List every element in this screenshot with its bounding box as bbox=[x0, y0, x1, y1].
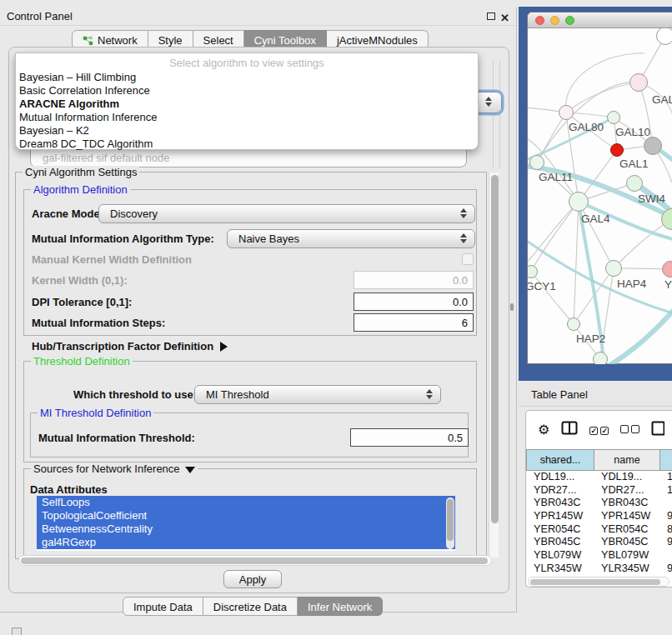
minimized-panel-icon[interactable] bbox=[12, 628, 22, 635]
mi-threshold-field[interactable]: 0.5 bbox=[350, 428, 469, 447]
which-threshold-combobox[interactable]: MI Threshold bbox=[194, 385, 441, 404]
data-attributes-label: Data Attributes bbox=[30, 483, 108, 496]
table-panel-title: Table Panel bbox=[531, 388, 588, 401]
float-window-icon[interactable] bbox=[487, 12, 495, 20]
mi-steps-label: Mutual Information Steps: bbox=[32, 317, 165, 329]
network-node-label: GAL11 bbox=[539, 171, 573, 183]
tab-network-label: Network bbox=[98, 34, 138, 47]
network-selector-value: gal-filtered sif default node bbox=[43, 152, 169, 164]
table-row[interactable]: YBR043CYBR043C bbox=[526, 497, 672, 510]
network-node[interactable] bbox=[559, 105, 574, 120]
deselect-all-checkboxes-icon[interactable] bbox=[620, 423, 639, 436]
export-table-icon[interactable] bbox=[651, 421, 664, 438]
manual-kernel-label: Manual Kernel Width Definition bbox=[32, 253, 192, 266]
network-node-label: HAP2 bbox=[576, 332, 605, 345]
network-node[interactable] bbox=[529, 155, 544, 170]
table-row[interactable]: YPR145WYPR145W9. bbox=[526, 510, 672, 523]
network-node[interactable] bbox=[567, 318, 580, 331]
control-panel: Control Panel ✕ Network Style Select Cyn… bbox=[0, 8, 517, 612]
algorithm-option[interactable]: Basic Correlation Inference bbox=[16, 84, 478, 98]
mi-type-combobox[interactable]: Naive Bayes bbox=[227, 229, 475, 248]
stepper-arrows-icon bbox=[460, 233, 467, 243]
network-node[interactable] bbox=[605, 260, 622, 277]
apply-button[interactable]: Apply bbox=[223, 570, 282, 588]
network-node-label: SWI4 bbox=[638, 192, 665, 205]
scrollbar-thumb[interactable] bbox=[447, 499, 454, 541]
algorithm-option[interactable]: Dream8 DC_TDC Algorithm bbox=[16, 138, 478, 151]
network-node[interactable] bbox=[593, 352, 608, 364]
split-columns-icon[interactable] bbox=[561, 421, 578, 438]
column-header-shared[interactable]: shared... bbox=[526, 449, 594, 471]
table-row[interactable]: YLR345WYLR345W9. bbox=[526, 562, 672, 576]
scrollbar-thumb[interactable] bbox=[491, 175, 499, 523]
algorithm-option[interactable]: Mutual Information Inference bbox=[16, 111, 478, 124]
attribute-item[interactable]: gal4RGexp bbox=[37, 536, 455, 549]
splitpane-handle[interactable] bbox=[510, 303, 514, 311]
threshold-definition-title: Threshold Definition bbox=[31, 355, 133, 368]
hub-definition-expander[interactable]: Hub/Transcription Factor Definition bbox=[32, 340, 228, 352]
network-node-label: GCY1 bbox=[528, 280, 556, 292]
tab-impute-data[interactable]: Impute Data bbox=[123, 597, 203, 616]
algorithm-option[interactable]: Bayesian – Hill Climbing bbox=[16, 71, 478, 84]
network-node[interactable] bbox=[629, 73, 648, 92]
network-canvas[interactable]: GALGAL80GAL10GAL1GAL11SWI4GAL4GCY1HAP4YH… bbox=[528, 28, 672, 364]
attribute-item[interactable]: SelfLoops bbox=[37, 496, 455, 509]
tab-infer-network[interactable]: Infer Network bbox=[298, 597, 383, 616]
data-attributes-list: SelfLoops TopologicalCoefficient Between… bbox=[37, 496, 455, 551]
attribute-item[interactable]: BetweennessCentrality bbox=[37, 522, 455, 536]
mi-steps-field[interactable]: 6 bbox=[354, 313, 474, 332]
algorithm-dropdown-popup: Select algorithm to view settings Bayesi… bbox=[15, 52, 479, 150]
gear-icon[interactable]: ⚙ bbox=[538, 422, 549, 438]
stepper-arrows-icon bbox=[460, 208, 467, 218]
dpi-tolerance-label: DPI Tolerance [0,1]: bbox=[32, 296, 132, 308]
algorithm-definition-title: Algorithm Definition bbox=[31, 183, 130, 196]
network-node-label: GAL80 bbox=[569, 121, 604, 133]
network-window-titlebar[interactable] bbox=[528, 12, 672, 28]
algorithm-option[interactable]: Bayesian – K2 bbox=[16, 124, 478, 138]
column-header-partial[interactable] bbox=[659, 449, 672, 471]
network-node[interactable] bbox=[569, 192, 589, 212]
minimize-traffic-light[interactable] bbox=[550, 16, 559, 25]
network-node-label: Y bbox=[664, 278, 672, 291]
network-node-label: GAL4 bbox=[581, 212, 610, 225]
scrollbar-thumb[interactable] bbox=[21, 558, 488, 564]
attributes-scrollbar[interactable] bbox=[446, 498, 454, 549]
mi-threshold-label: Mutual Information Threshold: bbox=[38, 432, 195, 444]
network-node-label: GAL bbox=[652, 93, 672, 106]
control-panel-titlebar: Control Panel ✕ bbox=[0, 8, 516, 26]
settings-horizontal-scrollbar[interactable] bbox=[18, 555, 492, 566]
close-icon[interactable]: ✕ bbox=[500, 9, 509, 28]
settings-vertical-scrollbar[interactable] bbox=[489, 172, 499, 558]
network-node[interactable] bbox=[644, 137, 662, 155]
aracne-mode-combobox[interactable]: Discovery bbox=[98, 204, 475, 223]
kernel-width-field: 0.0 bbox=[354, 271, 474, 289]
sources-group-title[interactable]: Sources for Network Inference bbox=[31, 462, 198, 475]
dpi-tolerance-field[interactable]: 0.0 bbox=[354, 292, 474, 311]
attribute-item[interactable]: TopologicalCoefficient bbox=[37, 509, 455, 522]
table-row[interactable]: YIL052CYIL052C9 bbox=[526, 576, 672, 577]
table-row[interactable]: YDL19...YDL19...13 bbox=[526, 471, 672, 484]
network-node[interactable] bbox=[610, 143, 624, 157]
network-node[interactable] bbox=[656, 28, 672, 45]
which-threshold-label: Which threshold to use: bbox=[73, 388, 197, 401]
select-all-checkboxes-icon[interactable]: ✓✓ bbox=[589, 423, 609, 436]
network-node[interactable] bbox=[626, 175, 643, 192]
close-traffic-light[interactable] bbox=[535, 16, 544, 25]
table-row[interactable]: YDR27...YDR27...12 bbox=[526, 484, 672, 498]
expand-right-icon bbox=[220, 342, 228, 352]
zoom-traffic-light[interactable] bbox=[565, 16, 574, 25]
column-header-name[interactable]: name bbox=[594, 449, 659, 471]
algorithm-option-selected[interactable]: ARACNE Algorithm bbox=[16, 98, 478, 111]
table-toolbar: ⚙ ✓✓ bbox=[526, 411, 672, 448]
mi-threshold-group-title: MI Threshold Definition bbox=[38, 407, 153, 419]
scrollbar-thumb[interactable] bbox=[530, 579, 660, 585]
tab-discretize-data[interactable]: Discretize Data bbox=[203, 597, 298, 616]
network-node[interactable] bbox=[607, 111, 620, 124]
manual-kernel-checkbox bbox=[462, 253, 474, 265]
table-row[interactable]: YBL079WYBL079W bbox=[526, 549, 672, 562]
table-row[interactable]: YER054CYER054C8. bbox=[526, 523, 672, 537]
table-row[interactable]: YBR045CYBR045C9. bbox=[526, 536, 672, 549]
table-horizontal-scrollbar[interactable] bbox=[528, 577, 669, 587]
collapse-down-icon bbox=[185, 467, 195, 473]
network-node-label: HAP4 bbox=[617, 278, 646, 290]
